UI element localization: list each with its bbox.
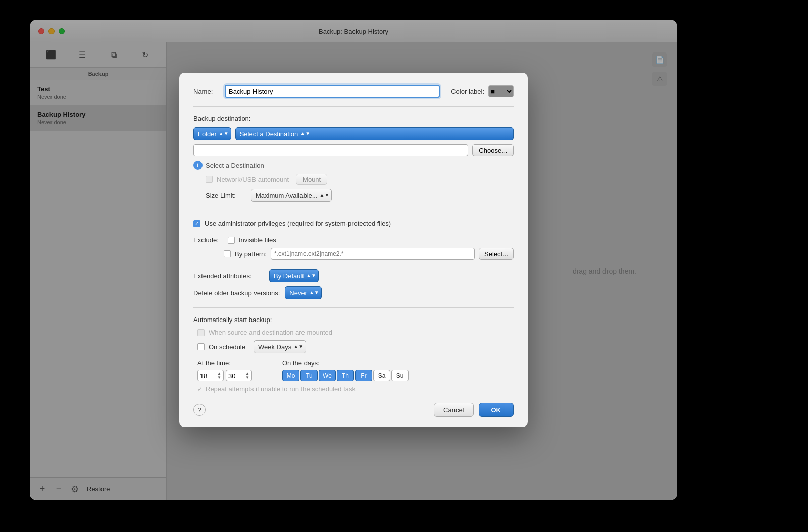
day-btn-we[interactable]: We <box>319 370 336 381</box>
cancel-button[interactable]: Cancel <box>434 403 473 417</box>
automount-row: Network/USB automount Mount <box>193 174 514 185</box>
hour-arrows[interactable]: ▲▼ <box>217 371 221 380</box>
delete-older-value: Never <box>289 289 307 297</box>
destination-type-arrows: ▲▼ <box>219 131 229 136</box>
schedule-row: On schedule Week Days ▲▼ <box>193 340 514 353</box>
size-limit-select[interactable]: Maximum Available... ▲▼ <box>251 189 332 202</box>
schedule-type-value: Week Days <box>258 343 291 351</box>
admin-label: Use administrator privileges (required f… <box>205 220 391 227</box>
color-select[interactable]: ■ <box>488 85 514 97</box>
size-limit-row: Size Limit: Maximum Available... ▲▼ <box>193 189 514 202</box>
pattern-input[interactable] <box>271 248 475 260</box>
time-section: At the time: 18 ▲▼ 30 ▲ <box>197 359 252 381</box>
extended-attr-value: By Default <box>274 272 304 280</box>
footer-actions: Cancel OK <box>434 403 514 417</box>
destination-path-arrows: ▲▼ <box>300 131 310 136</box>
day-btn-sa[interactable]: Sa <box>373 370 390 381</box>
source-dest-row: When source and destination are mounted <box>193 329 514 336</box>
time-days-row: At the time: 18 ▲▼ 30 ▲ <box>193 359 514 381</box>
modal-overlay: Name: Color label: ■ Backup destination:… <box>30 20 677 500</box>
delete-older-label: Delete older backup versions: <box>193 289 280 297</box>
minute-arrows[interactable]: ▲▼ <box>245 371 249 380</box>
backup-destination-label: Backup destination: <box>193 115 514 122</box>
extended-attr-row: Extended attributes: By Default ▲▼ <box>193 269 514 282</box>
delete-older-arrows: ▲▼ <box>309 290 319 295</box>
divider-3 <box>193 307 514 308</box>
invisible-checkbox[interactable] <box>228 237 235 244</box>
name-input[interactable] <box>225 85 440 98</box>
size-limit-value: Maximum Available... <box>256 192 318 199</box>
app-window: Backup: Backup History ⬛ ☰ ⧉ ↻ Backup Te… <box>30 20 677 500</box>
backup-destination-section: Backup destination: Folder ▲▼ Select a D… <box>193 115 514 202</box>
path-input[interactable] <box>193 144 468 156</box>
exclude-row: Exclude: Invisible files <box>193 236 514 244</box>
warning-text: Select a Destination <box>206 162 264 169</box>
extended-attr-label: Extended attributes: <box>193 272 264 280</box>
warning-row: i Select a Destination <box>193 161 514 170</box>
schedule-type-select[interactable]: Week Days ▲▼ <box>254 340 306 353</box>
exclude-label: Exclude: <box>193 236 224 244</box>
repeat-label: Repeat attempts if unable to run the sch… <box>206 385 356 393</box>
source-dest-checkbox[interactable] <box>197 329 205 336</box>
auto-start-label: Automatically start backup: <box>193 316 514 324</box>
minute-spinner[interactable]: 30 ▲▼ <box>226 370 252 381</box>
hour-value: 18 <box>200 372 207 380</box>
size-limit-label: Size Limit: <box>206 192 246 199</box>
help-button[interactable]: ? <box>193 404 206 416</box>
invisible-label: Invisible files <box>239 236 276 244</box>
day-btn-tu[interactable]: Tu <box>300 370 318 381</box>
choose-button[interactable]: Choose... <box>472 144 514 156</box>
pattern-row: By pattern: Select... <box>193 248 514 260</box>
modal-footer: ? Cancel OK <box>193 403 514 417</box>
mount-button[interactable]: Mount <box>296 174 327 185</box>
destination-type-label: Folder <box>198 130 217 138</box>
destination-row: Folder ▲▼ Select a Destination ▲▼ <box>193 127 514 140</box>
days-buttons: MoTuWeThFrSaSu <box>282 370 409 381</box>
destination-type-select[interactable]: Folder ▲▼ <box>193 127 231 140</box>
minute-value: 30 <box>228 372 235 380</box>
delete-older-row: Delete older backup versions: Never ▲▼ <box>193 286 514 299</box>
auto-start-section: Automatically start backup: When source … <box>193 316 514 393</box>
automount-checkbox[interactable] <box>206 176 213 183</box>
color-label-text: Color label: <box>451 88 484 95</box>
days-section: On the days: MoTuWeThFrSaSu <box>282 359 409 381</box>
extended-attr-arrows: ▲▼ <box>306 273 316 278</box>
divider-2 <box>193 211 514 211</box>
delete-older-select[interactable]: Never ▲▼ <box>285 286 321 299</box>
destination-path-select[interactable]: Select a Destination ▲▼ <box>235 127 514 140</box>
days-label: On the days: <box>282 359 409 367</box>
warning-icon: i <box>193 161 203 170</box>
name-row: Name: Color label: ■ <box>193 85 514 98</box>
ok-button[interactable]: OK <box>479 403 514 417</box>
destination-path-row: Choose... <box>193 144 514 156</box>
destination-placeholder: Select a Destination <box>240 130 298 138</box>
modal-dialog: Name: Color label: ■ Backup destination:… <box>179 73 528 427</box>
color-label-container: Color label: ■ <box>451 85 514 97</box>
day-btn-fr[interactable]: Fr <box>355 370 372 381</box>
time-label: At the time: <box>197 359 252 367</box>
hour-spinner[interactable]: 18 ▲▼ <box>197 370 224 381</box>
pattern-checkbox[interactable] <box>224 250 231 257</box>
schedule-arrows: ▲▼ <box>293 344 304 349</box>
divider-1 <box>193 106 514 107</box>
admin-row: ✓ Use administrator privileges (required… <box>193 220 514 227</box>
repeat-checkmark: ✓ <box>197 386 203 393</box>
exclude-section: Exclude: Invisible files By pattern: Sel… <box>193 236 514 260</box>
time-inputs: 18 ▲▼ 30 ▲▼ <box>197 370 252 381</box>
repeat-row: ✓ Repeat attempts if unable to run the s… <box>193 385 514 393</box>
name-label: Name: <box>193 88 219 95</box>
day-btn-mo[interactable]: Mo <box>282 370 299 381</box>
extended-attr-select[interactable]: By Default ▲▼ <box>269 269 319 282</box>
day-btn-th[interactable]: Th <box>337 370 354 381</box>
admin-checkbox[interactable]: ✓ <box>193 220 200 227</box>
schedule-checkbox[interactable] <box>197 343 205 350</box>
source-dest-label: When source and destination are mounted <box>209 329 332 336</box>
automount-label: Network/USB automount <box>217 176 289 183</box>
by-pattern-label: By pattern: <box>235 250 267 258</box>
size-limit-arrows: ▲▼ <box>320 193 330 198</box>
on-schedule-label: On schedule <box>209 343 245 351</box>
pattern-select-button[interactable]: Select... <box>479 248 514 260</box>
day-btn-su[interactable]: Su <box>391 370 409 381</box>
